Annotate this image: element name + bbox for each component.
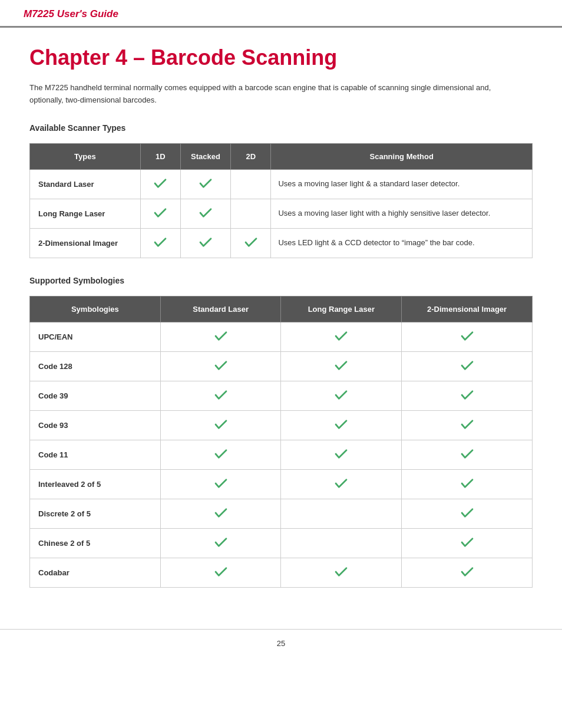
symbology-label: Chinese 2 of 5 bbox=[30, 528, 161, 558]
symbology-label: Code 93 bbox=[30, 410, 161, 440]
symb-standard-cell bbox=[160, 410, 281, 440]
symbology-label: Code 128 bbox=[30, 351, 161, 381]
col-header-1d: 1D bbox=[140, 143, 180, 169]
symb-standard-cell bbox=[160, 440, 281, 469]
col-header-types: Types bbox=[30, 143, 141, 169]
symb-2d-cell bbox=[402, 528, 533, 558]
symb-longrange-cell bbox=[281, 558, 402, 587]
col-header-scanning-method: Scanning Method bbox=[271, 143, 533, 169]
symb-2d-cell bbox=[402, 469, 533, 499]
table-row: Discrete 2 of 5 bbox=[30, 499, 533, 528]
symbologies-title: Supported Symbologies bbox=[29, 276, 533, 285]
symb-standard-cell bbox=[160, 381, 281, 410]
symb-2d-cell bbox=[402, 381, 533, 410]
scanner-type-label: Standard Laser bbox=[30, 169, 141, 199]
symb-longrange-cell bbox=[281, 410, 402, 440]
symb-longrange-cell bbox=[281, 381, 402, 410]
symb-2d-cell bbox=[402, 410, 533, 440]
table-row: 2-Dimensional Imager Uses LED light & a … bbox=[30, 228, 533, 258]
table-row: Code 11 bbox=[30, 440, 533, 469]
symb-2d-cell bbox=[402, 499, 533, 528]
scanner-types-table: Types 1D Stacked 2D Scanning Method Stan… bbox=[29, 143, 533, 258]
scanner-stacked-cell bbox=[180, 199, 230, 228]
symb-2d-cell bbox=[402, 351, 533, 381]
table-row: Standard Laser Uses a moving laser light… bbox=[30, 169, 533, 199]
symb-standard-cell bbox=[160, 469, 281, 499]
symbology-label: UPC/EAN bbox=[30, 322, 161, 351]
symbology-label: Discrete 2 of 5 bbox=[30, 499, 161, 528]
scanner-description: Uses a moving laser light & a standard l… bbox=[271, 169, 533, 199]
scanner-description: Uses a moving laser light with a highly … bbox=[271, 199, 533, 228]
table-row: Code 128 bbox=[30, 351, 533, 381]
symbologies-table: Symbologies Standard Laser Long Range La… bbox=[29, 296, 533, 588]
col-header-stacked: Stacked bbox=[180, 143, 230, 169]
intro-paragraph: The M7225 handheld terminal normally com… bbox=[29, 82, 513, 107]
scanner-2d-cell bbox=[231, 169, 271, 199]
scanner-types-title: Available Scanner Types bbox=[29, 123, 533, 133]
symb-standard-cell bbox=[160, 499, 281, 528]
col-header-2d-imager: 2-Dimensional Imager bbox=[402, 296, 533, 322]
page-number: 25 bbox=[277, 639, 285, 648]
symb-longrange-cell bbox=[281, 469, 402, 499]
scanner-stacked-cell bbox=[180, 169, 230, 199]
col-header-symbologies: Symbologies bbox=[30, 296, 161, 322]
scanner-2d-cell bbox=[231, 228, 271, 258]
symb-2d-cell bbox=[402, 440, 533, 469]
col-header-standard-laser: Standard Laser bbox=[160, 296, 281, 322]
scanner-stacked-cell bbox=[180, 228, 230, 258]
symb-standard-cell bbox=[160, 558, 281, 587]
symb-standard-cell bbox=[160, 351, 281, 381]
symbology-label: Interleaved 2 of 5 bbox=[30, 469, 161, 499]
symbologies-section: Supported Symbologies Symbologies Standa… bbox=[29, 276, 533, 588]
page-footer: 25 bbox=[0, 629, 562, 657]
symb-2d-cell bbox=[402, 322, 533, 351]
symb-longrange-cell bbox=[281, 528, 402, 558]
main-content: Chapter 4 – Barcode Scanning The M7225 h… bbox=[0, 28, 562, 623]
symb-standard-cell bbox=[160, 528, 281, 558]
col-header-long-range-laser: Long Range Laser bbox=[281, 296, 402, 322]
table-row: Code 93 bbox=[30, 410, 533, 440]
symb-longrange-cell bbox=[281, 351, 402, 381]
scanner-2d-cell bbox=[231, 199, 271, 228]
scanner-description: Uses LED light & a CCD detector to “imag… bbox=[271, 228, 533, 258]
symb-longrange-cell bbox=[281, 322, 402, 351]
scanner-1d-cell bbox=[140, 228, 180, 258]
table-row: UPC/EAN bbox=[30, 322, 533, 351]
symbology-label: Codabar bbox=[30, 558, 161, 587]
symb-2d-cell bbox=[402, 558, 533, 587]
symbology-label: Code 11 bbox=[30, 440, 161, 469]
col-header-2d: 2D bbox=[231, 143, 271, 169]
symb-longrange-cell bbox=[281, 440, 402, 469]
table-row: Codabar bbox=[30, 558, 533, 587]
table-row: Chinese 2 of 5 bbox=[30, 528, 533, 558]
scanner-type-label: 2-Dimensional Imager bbox=[30, 228, 141, 258]
scanner-type-label: Long Range Laser bbox=[30, 199, 141, 228]
symbology-label: Code 39 bbox=[30, 381, 161, 410]
scanner-1d-cell bbox=[140, 169, 180, 199]
page-header: M7225 User's Guide bbox=[0, 0, 562, 28]
header-title: M7225 User's Guide bbox=[24, 8, 118, 19]
symb-standard-cell bbox=[160, 322, 281, 351]
table-row: Code 39 bbox=[30, 381, 533, 410]
table-row: Interleaved 2 of 5 bbox=[30, 469, 533, 499]
chapter-title: Chapter 4 – Barcode Scanning bbox=[29, 45, 533, 70]
table-row: Long Range Laser Uses a moving laser lig… bbox=[30, 199, 533, 228]
scanner-types-section: Available Scanner Types Types 1D Stacked… bbox=[29, 123, 533, 258]
symb-longrange-cell bbox=[281, 499, 402, 528]
scanner-1d-cell bbox=[140, 199, 180, 228]
